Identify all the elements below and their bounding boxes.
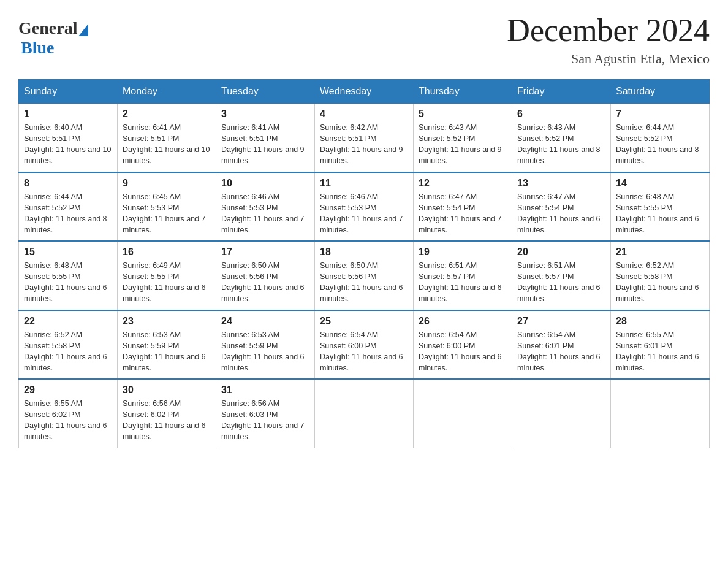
day-number: 28 xyxy=(616,316,704,327)
table-row: 16Sunrise: 6:49 AMSunset: 5:55 PMDayligh… xyxy=(118,241,216,310)
table-row: 29Sunrise: 6:55 AMSunset: 6:02 PMDayligh… xyxy=(19,379,118,448)
day-number: 19 xyxy=(419,247,507,258)
table-row: 9Sunrise: 6:45 AMSunset: 5:53 PMDaylight… xyxy=(118,172,216,242)
calendar-table: Sunday Monday Tuesday Wednesday Thursday… xyxy=(18,79,710,448)
day-number: 18 xyxy=(320,247,408,258)
table-row: 19Sunrise: 6:51 AMSunset: 5:57 PMDayligh… xyxy=(414,241,512,310)
day-info: Sunrise: 6:44 AMSunset: 5:52 PMDaylight:… xyxy=(24,193,107,234)
col-thursday: Thursday xyxy=(414,80,512,104)
table-row xyxy=(512,379,611,448)
table-row xyxy=(611,379,710,448)
day-info: Sunrise: 6:52 AMSunset: 5:58 PMDaylight:… xyxy=(616,261,699,303)
day-info: Sunrise: 6:56 AMSunset: 6:03 PMDaylight:… xyxy=(221,399,305,441)
table-row: 26Sunrise: 6:54 AMSunset: 6:00 PMDayligh… xyxy=(414,310,512,380)
day-info: Sunrise: 6:53 AMSunset: 5:59 PMDaylight:… xyxy=(221,331,305,372)
table-row: 2Sunrise: 6:41 AMSunset: 5:51 PMDaylight… xyxy=(118,104,216,172)
day-number: 9 xyxy=(123,178,211,189)
table-row: 1Sunrise: 6:40 AMSunset: 5:51 PMDaylight… xyxy=(19,104,118,172)
logo-blue-text: Blue xyxy=(18,38,54,57)
table-row: 24Sunrise: 6:53 AMSunset: 5:59 PMDayligh… xyxy=(216,310,315,380)
day-info: Sunrise: 6:50 AMSunset: 5:56 PMDaylight:… xyxy=(320,261,403,303)
day-number: 4 xyxy=(320,109,408,120)
day-number: 11 xyxy=(320,178,408,189)
table-row: 5Sunrise: 6:43 AMSunset: 5:52 PMDaylight… xyxy=(414,104,512,172)
day-info: Sunrise: 6:41 AMSunset: 5:51 PMDaylight:… xyxy=(123,123,210,165)
day-number: 12 xyxy=(419,178,507,189)
day-info: Sunrise: 6:54 AMSunset: 6:00 PMDaylight:… xyxy=(320,331,403,372)
day-number: 2 xyxy=(123,109,211,120)
day-info: Sunrise: 6:48 AMSunset: 5:55 PMDaylight:… xyxy=(24,261,107,303)
table-row: 28Sunrise: 6:55 AMSunset: 6:01 PMDayligh… xyxy=(611,310,710,380)
day-info: Sunrise: 6:55 AMSunset: 6:01 PMDaylight:… xyxy=(616,331,699,372)
day-number: 23 xyxy=(123,316,211,327)
table-row: 31Sunrise: 6:56 AMSunset: 6:03 PMDayligh… xyxy=(216,379,315,448)
month-title: December 2024 xyxy=(507,12,710,48)
day-info: Sunrise: 6:51 AMSunset: 5:57 PMDaylight:… xyxy=(517,261,601,303)
day-number: 26 xyxy=(419,316,507,327)
table-row: 30Sunrise: 6:56 AMSunset: 6:02 PMDayligh… xyxy=(118,379,216,448)
table-row: 14Sunrise: 6:48 AMSunset: 5:55 PMDayligh… xyxy=(611,172,710,242)
day-info: Sunrise: 6:54 AMSunset: 6:01 PMDaylight:… xyxy=(517,331,601,372)
day-number: 14 xyxy=(616,178,704,189)
day-info: Sunrise: 6:50 AMSunset: 5:56 PMDaylight:… xyxy=(221,261,305,303)
day-info: Sunrise: 6:53 AMSunset: 5:59 PMDaylight:… xyxy=(123,331,206,372)
table-row: 12Sunrise: 6:47 AMSunset: 5:54 PMDayligh… xyxy=(414,172,512,242)
day-info: Sunrise: 6:44 AMSunset: 5:52 PMDaylight:… xyxy=(616,123,699,165)
day-number: 3 xyxy=(221,109,309,120)
day-info: Sunrise: 6:43 AMSunset: 5:52 PMDaylight:… xyxy=(517,123,601,165)
col-wednesday: Wednesday xyxy=(315,80,414,104)
day-info: Sunrise: 6:52 AMSunset: 5:58 PMDaylight:… xyxy=(24,331,107,372)
col-monday: Monday xyxy=(118,80,216,104)
day-number: 16 xyxy=(123,247,211,258)
day-number: 20 xyxy=(517,247,605,258)
location-subtitle: San Agustin Etla, Mexico xyxy=(507,51,710,67)
day-info: Sunrise: 6:49 AMSunset: 5:55 PMDaylight:… xyxy=(123,261,206,303)
col-friday: Friday xyxy=(512,80,611,104)
day-info: Sunrise: 6:42 AMSunset: 5:51 PMDaylight:… xyxy=(320,123,403,165)
day-number: 22 xyxy=(24,316,112,327)
logo-general-text: General xyxy=(18,18,88,37)
day-info: Sunrise: 6:43 AMSunset: 5:52 PMDaylight:… xyxy=(419,123,502,165)
table-row: 15Sunrise: 6:48 AMSunset: 5:55 PMDayligh… xyxy=(19,241,118,310)
day-info: Sunrise: 6:55 AMSunset: 6:02 PMDaylight:… xyxy=(24,399,107,441)
table-row: 11Sunrise: 6:46 AMSunset: 5:53 PMDayligh… xyxy=(315,172,414,242)
calendar-header-row: Sunday Monday Tuesday Wednesday Thursday… xyxy=(19,80,710,104)
day-info: Sunrise: 6:51 AMSunset: 5:57 PMDaylight:… xyxy=(419,261,502,303)
day-info: Sunrise: 6:46 AMSunset: 5:53 PMDaylight:… xyxy=(320,193,403,234)
day-number: 15 xyxy=(24,247,112,258)
col-sunday: Sunday xyxy=(19,80,118,104)
day-number: 25 xyxy=(320,316,408,327)
day-number: 13 xyxy=(517,178,605,189)
table-row: 6Sunrise: 6:43 AMSunset: 5:52 PMDaylight… xyxy=(512,104,611,172)
table-row: 23Sunrise: 6:53 AMSunset: 5:59 PMDayligh… xyxy=(118,310,216,380)
logo: General Blue xyxy=(18,18,88,58)
col-saturday: Saturday xyxy=(611,80,710,104)
table-row xyxy=(414,379,512,448)
table-row xyxy=(315,379,414,448)
title-section: December 2024 San Agustin Etla, Mexico xyxy=(507,12,710,67)
day-info: Sunrise: 6:54 AMSunset: 6:00 PMDaylight:… xyxy=(419,331,502,372)
day-number: 8 xyxy=(24,178,112,189)
day-info: Sunrise: 6:47 AMSunset: 5:54 PMDaylight:… xyxy=(419,193,502,234)
page-header: General Blue December 2024 San Agustin E… xyxy=(18,12,710,67)
table-row: 7Sunrise: 6:44 AMSunset: 5:52 PMDaylight… xyxy=(611,104,710,172)
day-number: 5 xyxy=(419,109,507,120)
table-row: 10Sunrise: 6:46 AMSunset: 5:53 PMDayligh… xyxy=(216,172,315,242)
day-number: 17 xyxy=(221,247,309,258)
day-info: Sunrise: 6:41 AMSunset: 5:51 PMDaylight:… xyxy=(221,123,305,165)
table-row: 22Sunrise: 6:52 AMSunset: 5:58 PMDayligh… xyxy=(19,310,118,380)
table-row: 17Sunrise: 6:50 AMSunset: 5:56 PMDayligh… xyxy=(216,241,315,310)
day-info: Sunrise: 6:48 AMSunset: 5:55 PMDaylight:… xyxy=(616,193,699,234)
table-row: 20Sunrise: 6:51 AMSunset: 5:57 PMDayligh… xyxy=(512,241,611,310)
table-row: 27Sunrise: 6:54 AMSunset: 6:01 PMDayligh… xyxy=(512,310,611,380)
day-number: 6 xyxy=(517,109,605,120)
table-row: 25Sunrise: 6:54 AMSunset: 6:00 PMDayligh… xyxy=(315,310,414,380)
day-number: 10 xyxy=(221,178,309,189)
table-row: 18Sunrise: 6:50 AMSunset: 5:56 PMDayligh… xyxy=(315,241,414,310)
col-tuesday: Tuesday xyxy=(216,80,315,104)
table-row: 4Sunrise: 6:42 AMSunset: 5:51 PMDaylight… xyxy=(315,104,414,172)
day-number: 31 xyxy=(221,385,309,396)
table-row: 21Sunrise: 6:52 AMSunset: 5:58 PMDayligh… xyxy=(611,241,710,310)
day-number: 30 xyxy=(123,385,211,396)
day-number: 24 xyxy=(221,316,309,327)
